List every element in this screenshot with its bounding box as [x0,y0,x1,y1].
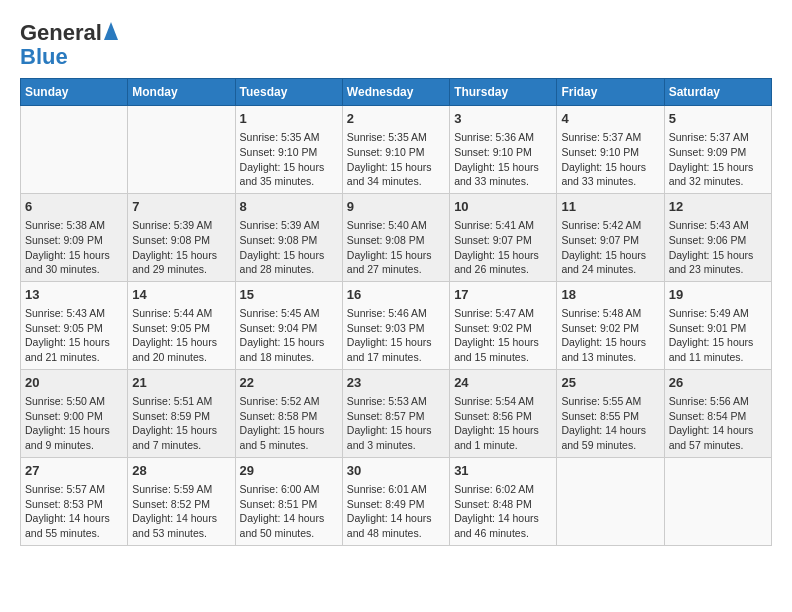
day-info: Sunrise: 5:57 AM Sunset: 8:53 PM Dayligh… [25,482,123,541]
day-number: 27 [25,462,123,480]
day-info: Sunrise: 5:38 AM Sunset: 9:09 PM Dayligh… [25,218,123,277]
day-info: Sunrise: 5:35 AM Sunset: 9:10 PM Dayligh… [240,130,338,189]
calendar-week-row: 13Sunrise: 5:43 AM Sunset: 9:05 PM Dayli… [21,281,772,369]
day-number: 28 [132,462,230,480]
day-number: 31 [454,462,552,480]
calendar-cell [128,106,235,194]
svg-marker-0 [104,22,118,40]
day-info: Sunrise: 5:43 AM Sunset: 9:05 PM Dayligh… [25,306,123,365]
calendar-cell: 8Sunrise: 5:39 AM Sunset: 9:08 PM Daylig… [235,193,342,281]
calendar-cell: 26Sunrise: 5:56 AM Sunset: 8:54 PM Dayli… [664,369,771,457]
day-number: 18 [561,286,659,304]
day-number: 29 [240,462,338,480]
day-info: Sunrise: 5:40 AM Sunset: 9:08 PM Dayligh… [347,218,445,277]
day-number: 5 [669,110,767,128]
calendar-cell: 9Sunrise: 5:40 AM Sunset: 9:08 PM Daylig… [342,193,449,281]
calendar-cell: 13Sunrise: 5:43 AM Sunset: 9:05 PM Dayli… [21,281,128,369]
calendar-cell: 30Sunrise: 6:01 AM Sunset: 8:49 PM Dayli… [342,457,449,545]
calendar-cell: 19Sunrise: 5:49 AM Sunset: 9:01 PM Dayli… [664,281,771,369]
weekday-header-saturday: Saturday [664,79,771,106]
day-info: Sunrise: 5:35 AM Sunset: 9:10 PM Dayligh… [347,130,445,189]
calendar-cell: 23Sunrise: 5:53 AM Sunset: 8:57 PM Dayli… [342,369,449,457]
day-info: Sunrise: 5:56 AM Sunset: 8:54 PM Dayligh… [669,394,767,453]
day-number: 17 [454,286,552,304]
calendar-cell: 11Sunrise: 5:42 AM Sunset: 9:07 PM Dayli… [557,193,664,281]
day-number: 16 [347,286,445,304]
day-info: Sunrise: 5:44 AM Sunset: 9:05 PM Dayligh… [132,306,230,365]
calendar-week-row: 6Sunrise: 5:38 AM Sunset: 9:09 PM Daylig… [21,193,772,281]
calendar-cell: 5Sunrise: 5:37 AM Sunset: 9:09 PM Daylig… [664,106,771,194]
weekday-header-sunday: Sunday [21,79,128,106]
day-number: 8 [240,198,338,216]
day-number: 7 [132,198,230,216]
day-number: 9 [347,198,445,216]
day-info: Sunrise: 5:48 AM Sunset: 9:02 PM Dayligh… [561,306,659,365]
day-info: Sunrise: 5:59 AM Sunset: 8:52 PM Dayligh… [132,482,230,541]
day-number: 4 [561,110,659,128]
day-info: Sunrise: 6:00 AM Sunset: 8:51 PM Dayligh… [240,482,338,541]
calendar-cell: 25Sunrise: 5:55 AM Sunset: 8:55 PM Dayli… [557,369,664,457]
calendar-cell: 20Sunrise: 5:50 AM Sunset: 9:00 PM Dayli… [21,369,128,457]
calendar-cell [21,106,128,194]
calendar-cell: 14Sunrise: 5:44 AM Sunset: 9:05 PM Dayli… [128,281,235,369]
calendar-week-row: 20Sunrise: 5:50 AM Sunset: 9:00 PM Dayli… [21,369,772,457]
calendar-cell: 31Sunrise: 6:02 AM Sunset: 8:48 PM Dayli… [450,457,557,545]
weekday-header-friday: Friday [557,79,664,106]
day-number: 24 [454,374,552,392]
calendar-cell: 16Sunrise: 5:46 AM Sunset: 9:03 PM Dayli… [342,281,449,369]
calendar-cell: 28Sunrise: 5:59 AM Sunset: 8:52 PM Dayli… [128,457,235,545]
day-number: 6 [25,198,123,216]
day-info: Sunrise: 5:37 AM Sunset: 9:09 PM Dayligh… [669,130,767,189]
calendar-cell: 7Sunrise: 5:39 AM Sunset: 9:08 PM Daylig… [128,193,235,281]
day-number: 25 [561,374,659,392]
day-number: 3 [454,110,552,128]
logo-arrow-icon [104,22,118,44]
calendar-table: SundayMondayTuesdayWednesdayThursdayFrid… [20,78,772,546]
calendar-cell: 10Sunrise: 5:41 AM Sunset: 9:07 PM Dayli… [450,193,557,281]
calendar-cell: 27Sunrise: 5:57 AM Sunset: 8:53 PM Dayli… [21,457,128,545]
calendar-cell: 29Sunrise: 6:00 AM Sunset: 8:51 PM Dayli… [235,457,342,545]
day-number: 23 [347,374,445,392]
calendar-cell: 6Sunrise: 5:38 AM Sunset: 9:09 PM Daylig… [21,193,128,281]
day-info: Sunrise: 6:02 AM Sunset: 8:48 PM Dayligh… [454,482,552,541]
calendar-cell: 3Sunrise: 5:36 AM Sunset: 9:10 PM Daylig… [450,106,557,194]
weekday-header-monday: Monday [128,79,235,106]
day-info: Sunrise: 5:39 AM Sunset: 9:08 PM Dayligh… [240,218,338,277]
day-number: 20 [25,374,123,392]
calendar-cell: 17Sunrise: 5:47 AM Sunset: 9:02 PM Dayli… [450,281,557,369]
calendar-cell: 12Sunrise: 5:43 AM Sunset: 9:06 PM Dayli… [664,193,771,281]
day-number: 10 [454,198,552,216]
logo-general: General [20,20,102,46]
calendar-body: 1Sunrise: 5:35 AM Sunset: 9:10 PM Daylig… [21,106,772,546]
logo-blue: Blue [20,46,68,68]
day-number: 15 [240,286,338,304]
calendar-cell: 24Sunrise: 5:54 AM Sunset: 8:56 PM Dayli… [450,369,557,457]
calendar-cell: 15Sunrise: 5:45 AM Sunset: 9:04 PM Dayli… [235,281,342,369]
day-info: Sunrise: 5:39 AM Sunset: 9:08 PM Dayligh… [132,218,230,277]
calendar-cell: 4Sunrise: 5:37 AM Sunset: 9:10 PM Daylig… [557,106,664,194]
calendar-cell: 2Sunrise: 5:35 AM Sunset: 9:10 PM Daylig… [342,106,449,194]
day-info: Sunrise: 5:51 AM Sunset: 8:59 PM Dayligh… [132,394,230,453]
day-info: Sunrise: 5:37 AM Sunset: 9:10 PM Dayligh… [561,130,659,189]
day-info: Sunrise: 5:46 AM Sunset: 9:03 PM Dayligh… [347,306,445,365]
day-info: Sunrise: 5:55 AM Sunset: 8:55 PM Dayligh… [561,394,659,453]
day-info: Sunrise: 5:47 AM Sunset: 9:02 PM Dayligh… [454,306,552,365]
day-number: 26 [669,374,767,392]
day-info: Sunrise: 5:36 AM Sunset: 9:10 PM Dayligh… [454,130,552,189]
day-info: Sunrise: 5:50 AM Sunset: 9:00 PM Dayligh… [25,394,123,453]
day-number: 13 [25,286,123,304]
calendar-cell: 18Sunrise: 5:48 AM Sunset: 9:02 PM Dayli… [557,281,664,369]
day-number: 11 [561,198,659,216]
day-info: Sunrise: 5:43 AM Sunset: 9:06 PM Dayligh… [669,218,767,277]
day-info: Sunrise: 5:54 AM Sunset: 8:56 PM Dayligh… [454,394,552,453]
day-info: Sunrise: 5:42 AM Sunset: 9:07 PM Dayligh… [561,218,659,277]
day-number: 12 [669,198,767,216]
day-info: Sunrise: 5:52 AM Sunset: 8:58 PM Dayligh… [240,394,338,453]
calendar-cell: 22Sunrise: 5:52 AM Sunset: 8:58 PM Dayli… [235,369,342,457]
day-number: 21 [132,374,230,392]
weekday-header-wednesday: Wednesday [342,79,449,106]
day-number: 30 [347,462,445,480]
day-info: Sunrise: 5:41 AM Sunset: 9:07 PM Dayligh… [454,218,552,277]
calendar-cell [664,457,771,545]
calendar-week-row: 1Sunrise: 5:35 AM Sunset: 9:10 PM Daylig… [21,106,772,194]
